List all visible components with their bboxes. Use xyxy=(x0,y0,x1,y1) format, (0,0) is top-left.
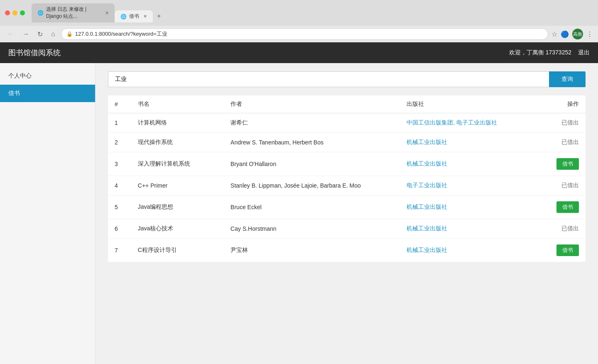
cell-author: Bryant O'Hallaron xyxy=(224,152,400,176)
search-bar: 查询 xyxy=(108,71,586,87)
sidebar: 个人中心 借书 xyxy=(0,63,96,364)
table-header-row: # 书名 作者 出版社 操作 xyxy=(108,95,586,113)
cell-num: 4 xyxy=(108,176,131,195)
cell-publisher: 机械工业出版社 xyxy=(400,195,530,219)
app-body: 个人中心 借书 查询 # 书名 作者 出版社 操作 xyxy=(0,63,598,364)
url-text: 127.0.0.1:8000/search/?keyword=工业 xyxy=(75,30,167,38)
sidebar-item-borrow[interactable]: 借书 xyxy=(0,85,95,102)
table-row: 1 计算机网络 谢希仁 中国工信出版集团, 电子工业出版社 已借出 xyxy=(108,113,586,133)
cell-title: C程序设计导引 xyxy=(131,239,224,262)
tab-django[interactable]: 🌐 选择 日志 来修改 | Django 站点... ✕ xyxy=(32,3,115,22)
maximize-dot[interactable] xyxy=(20,10,25,15)
col-header-publisher: 出版社 xyxy=(400,95,530,113)
back-button[interactable]: ← xyxy=(5,29,17,39)
col-header-action: 操作 xyxy=(530,95,586,113)
extension-icon[interactable]: 🔵 xyxy=(561,30,569,38)
tab-icon: 🌐 xyxy=(37,10,44,16)
search-button[interactable]: 查询 xyxy=(549,71,586,87)
cell-author: Bruce Eckel xyxy=(224,195,400,219)
sidebar-borrow-label: 借书 xyxy=(8,90,20,96)
browser-action-buttons: ☆ 🔵 高衡 ⋮ xyxy=(551,29,593,39)
browser-tabs: 🌐 选择 日志 来修改 | Django 站点... ✕ 🌐 借书 ✕ + xyxy=(32,3,593,22)
publisher-link[interactable]: 机械工业出版社 xyxy=(407,160,447,167)
book-table-body: 1 计算机网络 谢希仁 中国工信出版集团, 电子工业出版社 已借出 2 现代操作… xyxy=(108,113,586,262)
cell-action: 借书 xyxy=(530,195,586,219)
cell-title: C++ Primer xyxy=(131,176,224,195)
table-row: 6 Java核心技术 Cay S.Horstmann 机械工业出版社 已借出 xyxy=(108,219,586,239)
cell-num: 7 xyxy=(108,239,131,262)
cell-publisher: 机械工业出版社 xyxy=(400,133,530,152)
cell-num: 6 xyxy=(108,219,131,239)
cell-publisher: 机械工业出版社 xyxy=(400,219,530,239)
cell-title: 深入理解计算机系统 xyxy=(131,152,224,176)
avatar[interactable]: 高衡 xyxy=(572,29,583,39)
tab-close-icon[interactable]: ✕ xyxy=(143,14,147,19)
book-table: # 书名 作者 出版社 操作 1 计算机网络 谢希仁 中国工信出版集团, 电子工… xyxy=(108,95,586,262)
book-table-container: # 书名 作者 出版社 操作 1 计算机网络 谢希仁 中国工信出版集团, 电子工… xyxy=(108,95,586,262)
cell-action: 已借出 xyxy=(530,219,586,239)
welcome-text: 欢迎，丁萬衡 17373252 xyxy=(509,49,571,56)
publisher-link[interactable]: 机械工业出版社 xyxy=(407,139,447,145)
app-header: 图书馆借阅系统 欢迎，丁萬衡 17373252 退出 xyxy=(0,42,598,63)
status-borrowed: 已借出 xyxy=(561,182,579,188)
sidebar-personal-label: 个人中心 xyxy=(8,72,32,79)
avatar-text: 高衡 xyxy=(573,31,582,37)
publisher-link[interactable]: 机械工业出版社 xyxy=(407,225,447,232)
cell-action: 已借出 xyxy=(530,133,586,152)
borrow-button[interactable]: 借书 xyxy=(556,244,579,256)
table-row: 5 Java编程思想 Bruce Eckel 机械工业出版社 借书 xyxy=(108,195,586,219)
browser-titlebar: 🌐 选择 日志 来修改 | Django 站点... ✕ 🌐 借书 ✕ + xyxy=(0,0,598,26)
header-right: 欢迎，丁萬衡 17373252 退出 xyxy=(509,49,590,56)
borrow-button[interactable]: 借书 xyxy=(556,158,579,170)
cell-title: Java编程思想 xyxy=(131,195,224,219)
menu-icon[interactable]: ⋮ xyxy=(586,30,593,38)
cell-num: 2 xyxy=(108,133,131,152)
publisher-link[interactable]: 机械工业出版社 xyxy=(407,203,447,210)
cell-publisher: 机械工业出版社 xyxy=(400,152,530,176)
cell-author: Stanley B. Lippman, Josée Lajoie, Barbar… xyxy=(224,176,400,195)
status-borrowed: 已借出 xyxy=(561,139,579,145)
cell-num: 5 xyxy=(108,195,131,219)
cell-action: 已借出 xyxy=(530,176,586,195)
borrow-button[interactable]: 借书 xyxy=(556,201,579,213)
cell-num: 1 xyxy=(108,113,131,133)
cell-publisher: 中国工信出版集团, 电子工业出版社 xyxy=(400,113,530,133)
app-title: 图书馆借阅系统 xyxy=(8,48,61,58)
close-dot[interactable] xyxy=(5,10,10,15)
cell-title: 计算机网络 xyxy=(131,113,224,133)
cell-num: 3 xyxy=(108,152,131,176)
status-borrowed: 已借出 xyxy=(561,119,579,126)
new-tab-button[interactable]: + xyxy=(153,10,165,22)
search-input[interactable] xyxy=(108,71,549,87)
forward-button[interactable]: → xyxy=(20,29,32,39)
tab-close-icon[interactable]: ✕ xyxy=(105,10,109,16)
browser-window-controls xyxy=(5,10,25,15)
cell-title: Java核心技术 xyxy=(131,219,224,239)
home-button[interactable]: ⌂ xyxy=(49,29,58,39)
col-header-author: 作者 xyxy=(224,95,400,113)
publisher-link[interactable]: 中国工信出版集团, 电子工业出版社 xyxy=(407,119,497,126)
cell-author: 谢希仁 xyxy=(224,113,400,133)
table-row: 4 C++ Primer Stanley B. Lippman, Josée L… xyxy=(108,176,586,195)
logout-button[interactable]: 退出 xyxy=(578,49,590,56)
browser-chrome: 🌐 选择 日志 来修改 | Django 站点... ✕ 🌐 借书 ✕ + ← … xyxy=(0,0,598,42)
cell-action: 已借出 xyxy=(530,113,586,133)
table-row: 2 现代操作系统 Andrew S. Tanenbaum, Herbert Bo… xyxy=(108,133,586,152)
publisher-link[interactable]: 电子工业出版社 xyxy=(407,182,447,188)
status-borrowed: 已借出 xyxy=(561,225,579,232)
bookmark-icon[interactable]: ☆ xyxy=(551,30,557,38)
refresh-button[interactable]: ↻ xyxy=(35,29,45,39)
sidebar-item-personal[interactable]: 个人中心 xyxy=(0,67,95,85)
table-row: 3 深入理解计算机系统 Bryant O'Hallaron 机械工业出版社 借书 xyxy=(108,152,586,176)
cell-action: 借书 xyxy=(530,152,586,176)
main-content: 查询 # 书名 作者 出版社 操作 1 计算机网络 谢希仁 中国工信出版集团, … xyxy=(96,63,598,364)
publisher-link[interactable]: 机械工业出版社 xyxy=(407,247,447,253)
tab-label: 选择 日志 来修改 | Django 站点... xyxy=(46,6,101,20)
cell-action: 借书 xyxy=(530,239,586,262)
url-bar[interactable]: 🔒 127.0.0.1:8000/search/?keyword=工业 xyxy=(61,28,548,40)
browser-addressbar: ← → ↻ ⌂ 🔒 127.0.0.1:8000/search/?keyword… xyxy=(0,26,598,42)
secure-icon: 🔒 xyxy=(66,31,73,37)
minimize-dot[interactable] xyxy=(12,10,17,15)
tab-borrow[interactable]: 🌐 借书 ✕ xyxy=(115,10,153,22)
cell-author: Cay S.Horstmann xyxy=(224,219,400,239)
